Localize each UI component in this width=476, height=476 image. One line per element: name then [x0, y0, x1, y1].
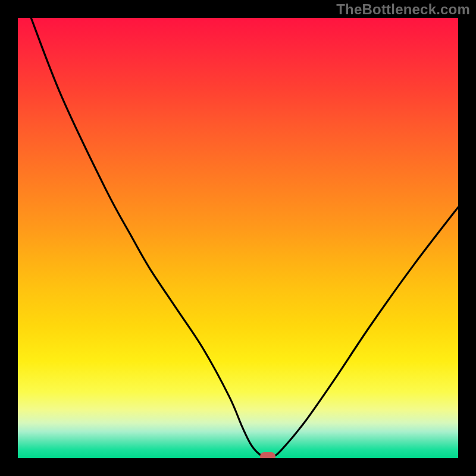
plot-area — [18, 18, 458, 458]
watermark-text: TheBottleneck.com — [336, 1, 470, 18]
chart-frame: TheBottleneck.com — [0, 0, 476, 476]
optimal-marker — [260, 452, 275, 458]
bottleneck-curve — [31, 18, 458, 457]
curve-layer — [18, 18, 458, 458]
